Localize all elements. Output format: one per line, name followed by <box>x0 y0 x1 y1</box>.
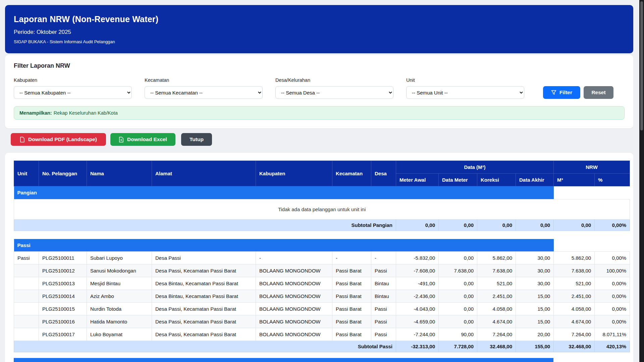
subtotal-value: 0,00 <box>396 219 439 231</box>
table-cell: 8.071,11% <box>595 328 630 341</box>
empty-message: Tidak ada data pelanggan untuk unit ini <box>14 199 630 219</box>
file-download-icon <box>119 137 124 142</box>
table-cell: Subari Lupoyo <box>87 252 152 264</box>
table-cell: Sanusi Mokodongan <box>87 264 152 277</box>
table-cell: Passi Barat <box>332 303 371 315</box>
table-cell: 2.451,00 <box>477 290 516 303</box>
subtotal-row: Subtotal Pangian0,000,000,000,000,000,00… <box>14 219 630 231</box>
subtotal-value: 0,00 <box>439 219 477 231</box>
col-m3: M³ <box>554 174 595 186</box>
page: Laporan NRW (Non-Revenue Water) Periode:… <box>0 0 644 362</box>
table-cell: 0,00 <box>439 277 477 290</box>
kabupaten-field: Kabupaten -- Semua Kabupaten -- <box>14 77 132 99</box>
unit-label: Unit <box>406 77 524 83</box>
report-table-card: Unit No. Pelanggan Nama Alamat Kabupaten… <box>5 153 633 362</box>
vertical-scrollbar[interactable] <box>639 0 644 362</box>
table-cell: -5.832,00 <box>396 252 439 264</box>
filter-heading: Filter Laporan NRW <box>14 62 625 69</box>
table-cell: PLG25100015 <box>39 303 87 315</box>
filter-row: Kabupaten -- Semua Kabupaten -- Kecamata… <box>14 77 625 99</box>
table-cell: 521,00 <box>554 277 595 290</box>
table-cell: -7.608,00 <box>396 264 439 277</box>
table-row: PLG25100012Sanusi MokodonganDesa Passi, … <box>14 264 630 277</box>
table-cell: 30,00 <box>516 252 554 264</box>
table-cell: Desa Passi, Kecamatan Passi Barat <box>152 328 256 341</box>
subtotal-value: 0,00 <box>554 219 595 231</box>
table-cell: - <box>371 252 396 264</box>
table-cell: 15,00 <box>516 290 554 303</box>
col-data-meter: Data Meter <box>439 174 477 186</box>
table-cell: Desa Passi, Kecamatan Passi Barat <box>152 315 256 328</box>
desa-select[interactable]: -- Semua Desa -- <box>275 86 393 99</box>
info-alert-text: Rekap Keseluruhan Kab/Kota <box>54 110 118 116</box>
table-cell: Mesjid Bintau <box>87 277 152 290</box>
filter-actions: Filter Reset <box>543 77 613 99</box>
kecamatan-select[interactable]: -- Semua Kecamatan -- <box>145 86 263 99</box>
kabupaten-label: Kabupaten <box>14 77 132 83</box>
table-cell: PLG25100016 <box>39 315 87 328</box>
subtotal-label: Subtotal Pangian <box>14 219 396 231</box>
table-cell: 4.674,00 <box>477 315 516 328</box>
unit-field: Unit -- Semua Unit -- <box>406 77 524 99</box>
close-button[interactable]: Tutup <box>181 133 212 146</box>
desa-label: Desa/Kelurahan <box>275 77 393 83</box>
table-cell: Aziz Ambo <box>87 290 152 303</box>
section-table-pusian: Pusian <box>14 358 630 362</box>
table-cell <box>14 328 39 341</box>
section-bar-spacer <box>553 358 630 362</box>
subtotal-value: 155,00 <box>516 341 554 352</box>
table-cell: 20,00 <box>516 328 554 341</box>
subtotal-label: Subtotal Passi <box>14 341 396 352</box>
download-pdf-button[interactable]: Download PDF (Landscape) <box>11 133 106 146</box>
report-period: Periode: Oktober 2025 <box>14 29 625 36</box>
table-cell: 0,00% <box>595 277 630 290</box>
table-cell: -2.436,00 <box>396 290 439 303</box>
table-cell: 0,00 <box>439 303 477 315</box>
download-excel-button[interactable]: Download Excel <box>110 133 175 146</box>
table-cell: BOLAANG MONGONDOW <box>256 290 332 303</box>
unit-select[interactable]: -- Semua Unit -- <box>406 86 524 99</box>
table-cell: Bintau <box>371 290 396 303</box>
section-header-row: Passi <box>14 239 630 252</box>
funnel-icon <box>551 90 556 95</box>
table-cell: -491,00 <box>396 277 439 290</box>
table-cell: 7.638,00 <box>554 264 595 277</box>
table-cell: PLG25100017 <box>39 328 87 341</box>
section-bar-spacer <box>554 186 630 199</box>
table-cell: 100,00% <box>595 264 630 277</box>
table-cell: 7.264,00 <box>554 328 595 341</box>
table-cell: 521,00 <box>477 277 516 290</box>
table-cell: Nurdin Totoda <box>87 303 152 315</box>
table-cell: Passi Barat <box>332 277 371 290</box>
table-cell: Passi <box>371 315 396 328</box>
table-row: PLG25100015Nurdin TotodaDesa Passi, Keca… <box>14 303 630 315</box>
table-cell: 7.638,00 <box>439 264 477 277</box>
table-cell: -7.244,00 <box>396 328 439 341</box>
empty-row: Tidak ada data pelanggan untuk unit ini <box>14 199 630 219</box>
filter-button[interactable]: Filter <box>543 86 580 99</box>
table-cell: Desa Bintau, Kecamatan Passi Barat <box>152 277 256 290</box>
scrollbar-thumb[interactable] <box>640 1 643 130</box>
kecamatan-field: Kecamatan -- Semua Kecamatan -- <box>145 77 263 99</box>
table-cell: BOLAANG MONGONDOW <box>256 315 332 328</box>
kecamatan-label: Kecamatan <box>145 77 263 83</box>
subtotal-value: 0,00 <box>477 219 516 231</box>
section-table-passi: PassiPassiPLG25100011Subari LupoyoDesa P… <box>14 239 630 353</box>
col-unit: Unit <box>14 161 39 186</box>
table-cell <box>14 277 39 290</box>
table-cell <box>14 303 39 315</box>
kabupaten-select[interactable]: -- Semua Kabupaten -- <box>14 86 132 99</box>
table-cell <box>14 290 39 303</box>
filter-info-alert: Menampilkan: Rekap Keseluruhan Kab/Kota <box>14 106 625 120</box>
table-cell: PLG25100014 <box>39 290 87 303</box>
table-cell: 90,00 <box>439 328 477 341</box>
app-subtitle: SIGAP BUKAKA - Sistem Informasi Audit Pe… <box>14 39 625 44</box>
table-row: PLG25100017Luko BoyamatDesa Passi, Kecam… <box>14 328 630 341</box>
section-header-row: Pangian <box>14 186 630 199</box>
table-cell: BOLAANG MONGONDOW <box>256 303 332 315</box>
table-row: PassiPLG25100011Subari LupoyoDesa Passi-… <box>14 252 630 264</box>
table-cell: -4.043,00 <box>396 303 439 315</box>
reset-button[interactable]: Reset <box>584 86 613 99</box>
table-cell: 5.862,00 <box>554 252 595 264</box>
table-cell: Passi <box>371 303 396 315</box>
